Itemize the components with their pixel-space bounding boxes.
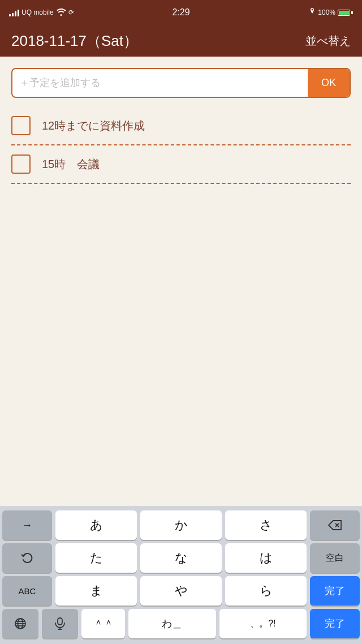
key-ta[interactable]: た (55, 543, 137, 573)
keyboard-row-2: た な は 空白 (2, 543, 360, 573)
todo-text-1: 12時までに資料作成 (42, 118, 145, 134)
key-wa[interactable]: わ＿ (128, 609, 216, 638)
key-delete[interactable] (310, 510, 360, 540)
todo-checkbox-1[interactable] (11, 116, 31, 135)
key-globe[interactable] (2, 609, 38, 638)
signal-icon (9, 8, 19, 16)
key-undo[interactable] (2, 543, 52, 573)
key-hat[interactable]: ＾＾ (81, 609, 125, 638)
location-icon (309, 8, 316, 18)
key-ha[interactable]: は (225, 543, 307, 573)
battery-percent: 100% (318, 8, 335, 16)
keyboard-row-1: → あ か さ (2, 510, 360, 540)
key-na[interactable]: な (140, 543, 222, 573)
battery-icon (338, 10, 353, 16)
add-todo-input[interactable] (12, 69, 308, 97)
key-done-2[interactable]: 完了 (310, 609, 360, 638)
wifi-icon (56, 8, 66, 18)
status-time: 2:29 (172, 7, 189, 18)
sync-icon: ⟳ (68, 8, 74, 16)
key-a[interactable]: あ (55, 510, 137, 540)
todo-item: 15時 会議 (11, 145, 351, 184)
main-content: OK 12時までに資料作成 15時 会議 (0, 57, 362, 184)
add-todo-input-area: OK (11, 68, 351, 98)
key-ma[interactable]: ま (55, 576, 137, 606)
carrier-label: UQ mobile (21, 8, 54, 16)
key-ra[interactable]: ら (225, 576, 307, 606)
key-abc[interactable]: ABC (2, 576, 52, 606)
key-ka[interactable]: か (140, 510, 222, 540)
header-title: 2018-11-17（Sat） (11, 31, 138, 51)
app-header: 2018-11-17（Sat） 並べ替え (0, 25, 362, 57)
keyboard: → あ か さ た な は 空白 ABC ま や ら 完了 (0, 506, 362, 644)
sort-button[interactable]: 並べ替え (305, 33, 351, 49)
keyboard-row-4: ＾＾ わ＿ 、。?! 完了 (2, 609, 360, 638)
key-ya[interactable]: や (140, 576, 222, 606)
status-right: 100% (309, 8, 353, 18)
todo-item: 12時までに資料作成 (11, 111, 351, 145)
key-sa[interactable]: さ (225, 510, 307, 540)
todo-text-2: 15時 会議 (42, 157, 100, 172)
keyboard-row-3: ABC ま や ら 完了 (2, 576, 360, 606)
ok-button[interactable]: OK (308, 69, 350, 97)
svg-rect-7 (58, 618, 62, 625)
key-arrow[interactable]: → (2, 510, 52, 540)
key-punct[interactable]: 、。?! (219, 609, 307, 638)
todo-list: 12時までに資料作成 15時 会議 (11, 111, 351, 184)
key-done[interactable]: 完了 (310, 576, 360, 606)
key-space[interactable]: 空白 (310, 543, 360, 573)
status-bar: UQ mobile ⟳ 2:29 100% (0, 0, 362, 25)
status-left: UQ mobile ⟳ (9, 8, 74, 18)
todo-checkbox-2[interactable] (11, 154, 31, 174)
key-mic[interactable] (42, 609, 78, 638)
